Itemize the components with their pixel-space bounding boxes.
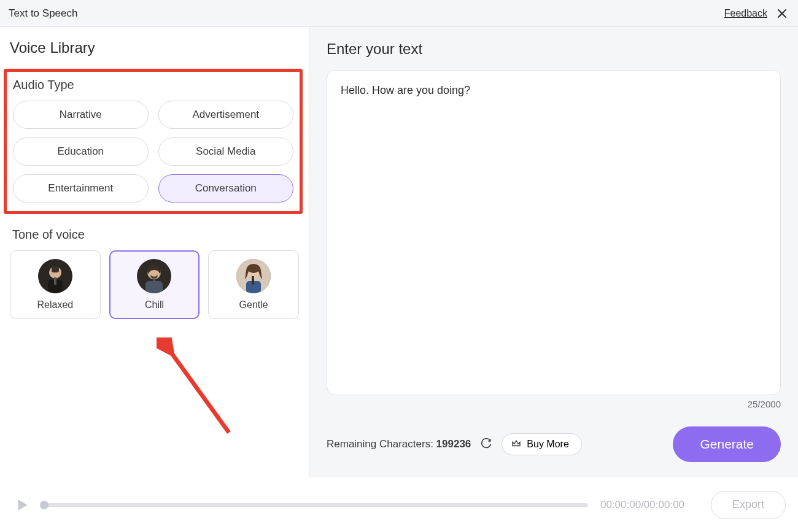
audio-type-education[interactable]: Education — [13, 137, 149, 166]
voice-library-heading: Voice Library — [10, 39, 299, 56]
svg-rect-10 — [153, 277, 155, 286]
avatar-gentle — [236, 259, 271, 293]
play-icon[interactable] — [12, 495, 32, 515]
progress-thumb[interactable] — [40, 501, 48, 509]
topbar-title: Text to Speech — [9, 7, 77, 20]
tone-label-chill: Chill — [145, 299, 164, 310]
footer-row: Remaining Characters: 199236 Buy More Ge… — [327, 426, 781, 462]
content: Enter your text 25/2000 Remaining Charac… — [309, 27, 798, 477]
tone-card-gentle[interactable]: Gentle — [208, 250, 299, 319]
avatar-relaxed — [38, 259, 72, 293]
feedback-link[interactable]: Feedback — [724, 8, 767, 19]
tone-label-relaxed: Relaxed — [37, 299, 73, 310]
svg-rect-14 — [252, 276, 254, 285]
tone-card-chill[interactable]: Chill — [109, 250, 200, 319]
tone-card-relaxed[interactable]: Relaxed — [10, 250, 101, 319]
enter-text-heading: Enter your text — [327, 40, 781, 58]
progress-bar[interactable] — [44, 503, 588, 507]
export-button[interactable]: Export — [711, 491, 786, 519]
remaining-value: 199236 — [436, 438, 471, 450]
sidebar: Voice Library Audio Type Narrative Adver… — [0, 27, 309, 477]
tone-label-gentle: Gentle — [239, 299, 268, 310]
audio-type-advertisement[interactable]: Advertisement — [158, 101, 294, 129]
annotation-arrow — [157, 337, 242, 442]
audio-type-highlight-box: Audio Type Narrative Advertisement Educa… — [4, 69, 303, 214]
player: 00:00:00/00:00:00 Export — [0, 477, 798, 532]
svg-rect-6 — [54, 277, 56, 285]
audio-type-narrative[interactable]: Narrative — [13, 101, 149, 129]
refresh-icon[interactable] — [479, 438, 493, 451]
audio-type-social-media[interactable]: Social Media — [158, 137, 294, 166]
remaining-label: Remaining Characters: — [327, 438, 436, 450]
buy-more-label: Buy More — [527, 439, 568, 450]
buy-more-button[interactable]: Buy More — [502, 433, 581, 455]
tone-label: Tone of voice — [10, 228, 299, 242]
crown-icon — [511, 438, 522, 451]
main: Voice Library Audio Type Narrative Adver… — [0, 27, 798, 477]
char-count: 25/2000 — [327, 399, 781, 409]
close-icon[interactable] — [775, 6, 789, 21]
audio-type-entertainment[interactable]: Entertainment — [13, 174, 149, 202]
audio-type-grid: Narrative Advertisement Education Social… — [10, 101, 296, 202]
timecode: 00:00:00/00:00:00 — [600, 499, 699, 511]
audio-type-conversation[interactable]: Conversation — [158, 174, 294, 202]
audio-type-label: Audio Type — [10, 78, 296, 92]
generate-button[interactable]: Generate — [673, 426, 781, 462]
avatar-chill — [137, 259, 171, 293]
remaining-characters: Remaining Characters: 199236 — [327, 438, 471, 450]
tone-section: Tone of voice Relaxed Chill — [10, 228, 299, 319]
svg-line-15 — [170, 351, 229, 433]
tone-grid: Relaxed Chill Gentle — [10, 250, 299, 319]
topbar: Text to Speech Feedback — [0, 0, 798, 27]
svg-rect-4 — [52, 266, 59, 272]
topbar-right: Feedback — [724, 6, 789, 21]
text-input[interactable] — [327, 70, 781, 395]
